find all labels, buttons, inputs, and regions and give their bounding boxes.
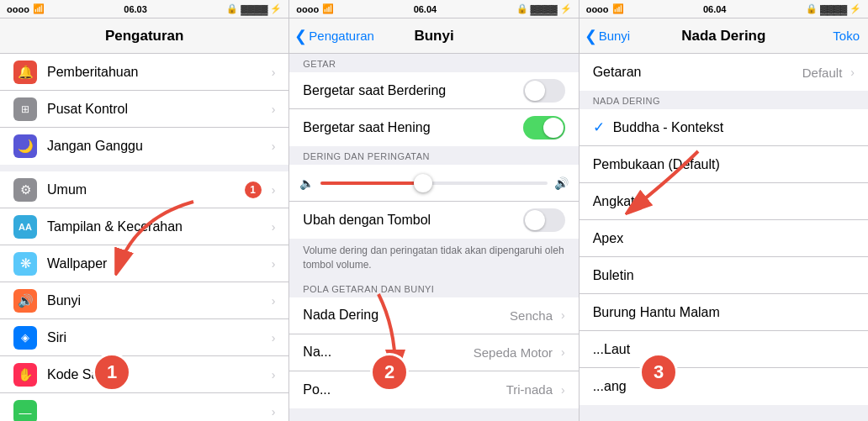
- tampilan-label: Tampilan & Kecerahan: [47, 219, 268, 234]
- sidebar-item-siri[interactable]: ◈ Siri ›: [0, 319, 288, 356]
- kode-sandi-icon: ✋: [13, 363, 37, 387]
- status-bar-1: oooo 📶 06.03 🔒 ▓▓▓▓ ⚡: [0, 0, 288, 18]
- buletin-item[interactable]: Buletin: [580, 257, 868, 294]
- settings-group-2: ⚙ Umum 1 › AA Tampilan & Kecerahan › ❋ W…: [0, 171, 288, 421]
- sidebar-item-bunyi[interactable]: 🔊 Bunyi ›: [0, 282, 288, 319]
- bottom-icon: —: [13, 400, 37, 421]
- bunyi-icon: 🔊: [13, 289, 37, 313]
- toko-button[interactable]: Toko: [833, 29, 860, 43]
- lock-icon: 🔒: [226, 3, 238, 14]
- nav-bar-3: ❮ Bunyi Nada Dering Toko: [580, 18, 868, 54]
- angkat-item[interactable]: Angkat: [580, 183, 868, 220]
- laut-label: ...Laut: [593, 342, 855, 357]
- slider-thumb: [414, 174, 432, 192]
- pola-baru-item[interactable]: Po... Tri-nada ›: [289, 371, 578, 408]
- status-bar-3: oooo 📶 06.04 🔒 ▓▓▓▓ ⚡: [580, 0, 868, 18]
- buddha-item[interactable]: ✓ Buddha - Kontekst: [580, 109, 868, 146]
- apex-item[interactable]: Apex: [580, 220, 868, 257]
- signal-dots: oooo: [296, 4, 319, 14]
- time-2: 06.04: [414, 4, 437, 14]
- charge-icon: ⚡: [560, 3, 572, 14]
- buletin-label: Buletin: [593, 268, 855, 283]
- battery-icon: ▓▓▓▓: [531, 4, 558, 14]
- page-title-1: Pengaturan: [105, 28, 184, 45]
- lock-icon: 🔒: [516, 3, 528, 14]
- volume-note: Volume dering dan peringatan tidak akan …: [289, 239, 578, 279]
- getar-group: Bergetar saat Berdering Bergetar saat He…: [289, 72, 578, 146]
- nada-pesan-value: Sepeda Motor: [474, 345, 553, 360]
- ubah-tombol-toggle[interactable]: [523, 208, 565, 232]
- chevron-icon: ›: [272, 103, 276, 116]
- nada-pesan-item[interactable]: Na... Sepeda Motor ›: [289, 334, 578, 371]
- bunyi-label: Bunyi: [47, 293, 268, 308]
- getaran-label: Getaran: [593, 65, 802, 80]
- chevron-icon: ›: [561, 308, 565, 322]
- chevron-icon: ›: [272, 257, 276, 271]
- laut-item[interactable]: ...Laut: [580, 331, 868, 368]
- chevron-icon: ›: [272, 220, 276, 234]
- wifi-icon: 📶: [33, 3, 45, 14]
- checkmark-icon: ✓: [593, 118, 605, 136]
- nav-bar-1: Pengaturan: [0, 18, 288, 54]
- sidebar-item-pusat-kontrol[interactable]: ⊞ Pusat Kontrol ›: [0, 91, 288, 128]
- sidebar-item-jangan-ganggu[interactable]: 🌙 Jangan Ganggu ›: [0, 128, 288, 165]
- sidebar-item-wallpaper[interactable]: ❋ Wallpaper ›: [0, 245, 288, 282]
- getaran-group: Getaran Default ›: [580, 54, 868, 91]
- umum-label: Umum: [47, 182, 245, 197]
- kode-sandi-label: Kode Sandi: [47, 367, 268, 382]
- pembukaan-label: Pembukaan (Default): [593, 157, 855, 172]
- chevron-icon: ›: [850, 66, 855, 79]
- page-title-2: Bunyi: [414, 28, 453, 45]
- pusat-kontrol-icon: ⊞: [13, 97, 37, 121]
- chevron-icon: ›: [272, 368, 276, 382]
- bergetar-hening-toggle[interactable]: [523, 116, 565, 139]
- bergetar-hening-item[interactable]: Bergetar saat Hening: [289, 109, 578, 146]
- wifi-icon: 📶: [322, 3, 334, 14]
- bergetar-berdering-item[interactable]: Bergetar saat Berdering: [289, 72, 578, 109]
- bergetar-berdering-label: Bergetar saat Berdering: [303, 83, 522, 98]
- burung-hantu-item[interactable]: Burung Hantu Malam: [580, 294, 868, 331]
- chevron-icon: ›: [561, 345, 565, 359]
- ubah-tombol-item[interactable]: Ubah dengan Tombol: [289, 202, 578, 239]
- nada-dering-list: Getaran Default › NADA DERING ✓ Buddha -…: [580, 54, 868, 421]
- lock-icon: 🔒: [806, 3, 818, 14]
- back-button-1[interactable]: ❮ Pengaturan: [294, 27, 374, 45]
- bergetar-berdering-toggle[interactable]: [523, 79, 565, 103]
- getaran-item[interactable]: Getaran Default ›: [580, 54, 868, 91]
- pusat-kontrol-label: Pusat Kontrol: [47, 102, 268, 117]
- toggle-thumb: [525, 210, 545, 230]
- back-label-2: Bunyi: [599, 29, 631, 43]
- sidebar-item-pemberitahuan[interactable]: 🔔 Pemberitahuan ›: [0, 54, 288, 91]
- sidebar-item-kode-sandi[interactable]: ✋ Kode Sandi ›: [0, 356, 288, 393]
- back-chevron: ❮: [294, 27, 307, 45]
- charge-icon: ⚡: [849, 3, 861, 14]
- angkat-label: Angkat: [593, 194, 855, 209]
- sidebar-item-bottom[interactable]: — ›: [0, 393, 288, 421]
- siri-label: Siri: [47, 330, 268, 345]
- chevron-icon: ›: [272, 405, 276, 418]
- wallpaper-icon: ❋: [13, 252, 37, 276]
- volume-row[interactable]: 🔈 🔊: [289, 165, 578, 202]
- settings-list: 🔔 Pemberitahuan › ⊞ Pusat Kontrol › 🌙 Ja…: [0, 54, 288, 421]
- sidebar-item-tampilan[interactable]: AA Tampilan & Kecerahan ›: [0, 208, 288, 245]
- volume-slider[interactable]: [320, 182, 547, 185]
- section-header-pola: POLA GETARAN DAN BUNYI: [289, 279, 578, 297]
- section-header-getar: GETAR: [289, 54, 578, 72]
- volume-low-icon: 🔈: [299, 176, 314, 190]
- panels-container: oooo 📶 06.03 🔒 ▓▓▓▓ ⚡ Pengaturan 🔔 Pembe…: [0, 0, 868, 421]
- sidebar-item-umum[interactable]: ⚙ Umum 1 ›: [0, 171, 288, 208]
- yang-item[interactable]: ...ang: [580, 368, 868, 405]
- panel-bunyi: oooo 📶 06.04 🔒 ▓▓▓▓ ⚡ ❮ Pengaturan Bunyi…: [289, 0, 579, 421]
- battery-icon: ▓▓▓▓: [820, 4, 847, 14]
- burung-hantu-label: Burung Hantu Malam: [593, 305, 855, 320]
- section-header-nada-dering: NADA DERING: [580, 91, 868, 109]
- yang-label: ...ang: [593, 379, 855, 394]
- getaran-value: Default: [802, 66, 843, 80]
- back-button-2[interactable]: ❮ Bunyi: [585, 27, 631, 45]
- panel-settings: oooo 📶 06.03 🔒 ▓▓▓▓ ⚡ Pengaturan 🔔 Pembe…: [0, 0, 289, 421]
- chevron-icon: ›: [561, 383, 565, 397]
- nada-dering-item[interactable]: Nada Dering Sencha ›: [289, 297, 578, 334]
- pola-baru-value: Tri-nada: [506, 382, 553, 397]
- pembukaan-item[interactable]: Pembukaan (Default): [580, 146, 868, 183]
- pola-baru-label: Po...: [303, 382, 505, 397]
